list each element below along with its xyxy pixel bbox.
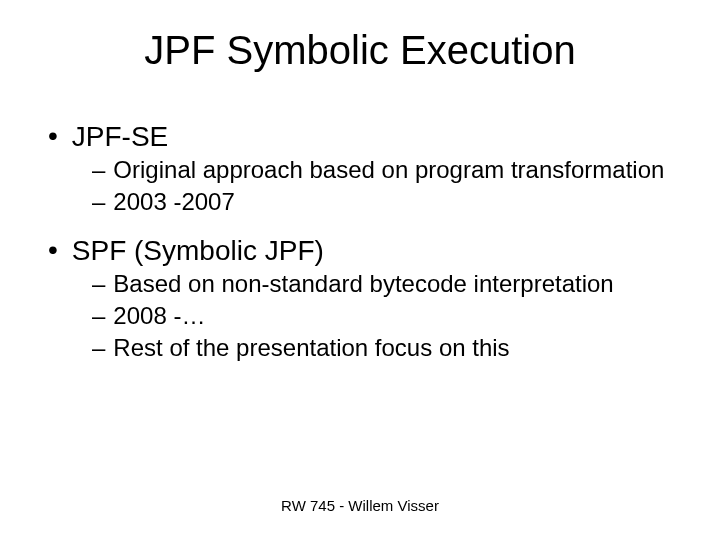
slide: JPF Symbolic Execution • JPF-SE – Origin… bbox=[0, 0, 720, 540]
bullet-level1-text: JPF-SE bbox=[72, 121, 168, 153]
bullet-level2-text: Based on non-standard bytecode interpret… bbox=[113, 269, 613, 299]
bullet-dot-icon: • bbox=[48, 121, 58, 153]
bullet-dash-icon: – bbox=[92, 301, 105, 331]
bullet-level2-text: Original approach based on program trans… bbox=[113, 155, 664, 185]
slide-content: • JPF-SE – Original approach based on pr… bbox=[0, 73, 720, 363]
bullet-dash-icon: – bbox=[92, 333, 105, 363]
bullet-level2-text: Rest of the presentation focus on this bbox=[113, 333, 509, 363]
bullet-level2: – Rest of the presentation focus on this bbox=[92, 333, 672, 363]
bullet-level2: – Original approach based on program tra… bbox=[92, 155, 672, 185]
bullet-level1: • SPF (Symbolic JPF) bbox=[48, 235, 672, 267]
bullet-level2-text: 2008 -… bbox=[113, 301, 205, 331]
bullet-level2: – Based on non-standard bytecode interpr… bbox=[92, 269, 672, 299]
bullet-level2-text: 2003 -2007 bbox=[113, 187, 234, 217]
slide-footer: RW 745 - Willem Visser bbox=[0, 497, 720, 514]
bullet-dot-icon: • bbox=[48, 235, 58, 267]
bullet-dash-icon: – bbox=[92, 187, 105, 217]
bullet-level2: – 2003 -2007 bbox=[92, 187, 672, 217]
slide-title: JPF Symbolic Execution bbox=[0, 0, 720, 73]
bullet-level2: – 2008 -… bbox=[92, 301, 672, 331]
bullet-level1-text: SPF (Symbolic JPF) bbox=[72, 235, 324, 267]
bullet-level1: • JPF-SE bbox=[48, 121, 672, 153]
bullet-dash-icon: – bbox=[92, 269, 105, 299]
bullet-dash-icon: – bbox=[92, 155, 105, 185]
